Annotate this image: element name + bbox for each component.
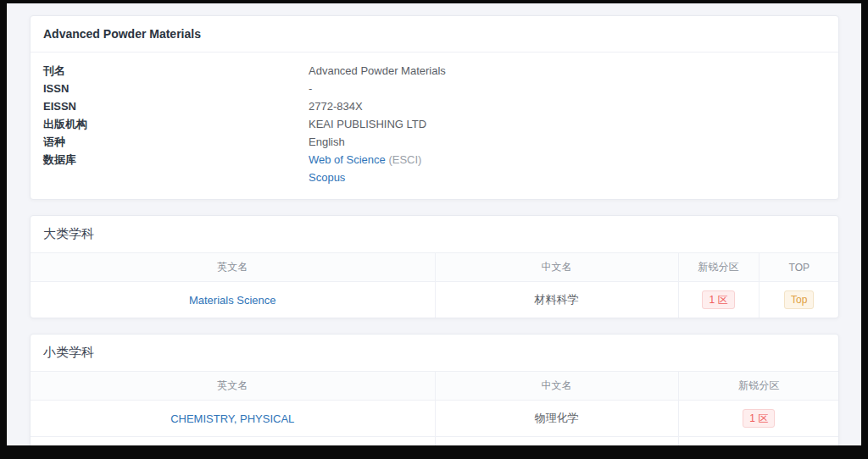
major-category-card: 大类学科 英文名 中文名 新锐分区 TOP Materials <box>30 215 839 318</box>
cell-chinese-name: 材料科学：综合 <box>435 437 678 446</box>
minor-category-title: 小类学科 <box>31 335 838 372</box>
journal-fields: 刊名 Advanced Powder Materials ISSN - EISS… <box>31 53 838 199</box>
column-header-english-name: 英文名 <box>31 253 435 282</box>
field-value: English <box>309 136 345 148</box>
web-of-science-link[interactable]: Web of Science <box>309 153 386 166</box>
column-header-partition: 新锐分区 <box>678 372 839 401</box>
cell-chinese-name: 物理化学 <box>435 401 678 437</box>
screenshot-frame: Advanced Powder Materials 刊名 Advanced Po… <box>0 0 868 459</box>
database-line: Web of Science (ESCI) <box>309 154 421 166</box>
field-value: 2772-834X <box>309 101 363 113</box>
field-value: Advanced Powder Materials <box>309 65 446 77</box>
field-row-journal-name: 刊名 Advanced Powder Materials <box>43 63 826 80</box>
field-label: EISSN <box>43 101 309 113</box>
field-label: 语种 <box>43 136 309 148</box>
category-link-chemistry-physical[interactable]: CHEMISTRY, PHYSICAL <box>170 412 294 425</box>
category-link-materials-science[interactable]: Materials Science <box>189 294 276 307</box>
cell-english-name: CHEMISTRY, PHYSICAL <box>31 401 435 437</box>
cell-top: Top <box>759 282 839 318</box>
table-header-row: 英文名 中文名 新锐分区 TOP <box>31 253 839 282</box>
partition-badge: 1 区 <box>743 409 775 428</box>
table-header-row: 英文名 中文名 新锐分区 <box>31 372 839 401</box>
field-row-databases: 数据库 Web of Science (ESCI) Scopus <box>43 152 826 187</box>
table-row: Materials Science 材料科学 1 区 Top <box>31 282 839 318</box>
major-category-table: 英文名 中文名 新锐分区 TOP Materials Science 材料科学 <box>31 253 839 318</box>
table-row: CHEMISTRY, PHYSICAL 物理化学 1 区 <box>31 401 839 437</box>
database-suffix: (ESCI) <box>388 153 421 166</box>
scopus-link[interactable]: Scopus <box>309 171 345 184</box>
field-label: ISSN <box>43 83 309 95</box>
minor-category-card: 小类学科 英文名 中文名 新锐分区 CHEMISTRY, PHYSICAL <box>30 334 839 445</box>
partition-badge: 1 区 <box>702 290 734 309</box>
field-row-language: 语种 English <box>43 134 826 152</box>
column-header-top: TOP <box>759 253 839 282</box>
cell-english-name: Materials Science <box>31 282 435 318</box>
field-label: 出版机构 <box>43 119 309 130</box>
field-row-publisher: 出版机构 KEAI PUBLISHING LTD <box>43 116 826 134</box>
major-category-title: 大类学科 <box>31 216 838 253</box>
field-value: - <box>309 83 312 95</box>
journal-info-card: Advanced Powder Materials 刊名 Advanced Po… <box>30 15 839 200</box>
column-header-chinese-name: 中文名 <box>435 253 678 282</box>
minor-category-table: 英文名 中文名 新锐分区 CHEMISTRY, PHYSICAL 物理化学 <box>31 372 839 445</box>
column-header-partition: 新锐分区 <box>678 253 759 282</box>
table-row: MATERIALS SCIENCE, MULTIDISCIPLINARY 材料科… <box>31 437 839 446</box>
column-header-chinese-name: 中文名 <box>435 372 678 401</box>
field-row-eissn: EISSN 2772-834X <box>43 98 826 116</box>
journal-title: Advanced Powder Materials <box>31 16 838 53</box>
cell-chinese-name: 材料科学 <box>435 282 678 318</box>
column-header-english-name: 英文名 <box>31 372 435 401</box>
cell-english-name: MATERIALS SCIENCE, MULTIDISCIPLINARY <box>31 437 435 446</box>
cell-partition: 1 区 <box>678 282 759 318</box>
field-value: KEAI PUBLISHING LTD <box>309 119 426 130</box>
database-line: Scopus <box>309 172 421 184</box>
field-label: 刊名 <box>43 65 309 77</box>
cell-partition: 1 区 <box>678 401 839 437</box>
cell-partition: 1 区 <box>678 437 839 446</box>
database-links: Web of Science (ESCI) Scopus <box>309 154 421 184</box>
top-badge: Top <box>784 290 814 309</box>
page-background: Advanced Powder Materials 刊名 Advanced Po… <box>7 3 861 445</box>
field-row-issn: ISSN - <box>43 80 826 98</box>
content-container: Advanced Powder Materials 刊名 Advanced Po… <box>30 3 839 445</box>
field-label: 数据库 <box>43 154 309 166</box>
